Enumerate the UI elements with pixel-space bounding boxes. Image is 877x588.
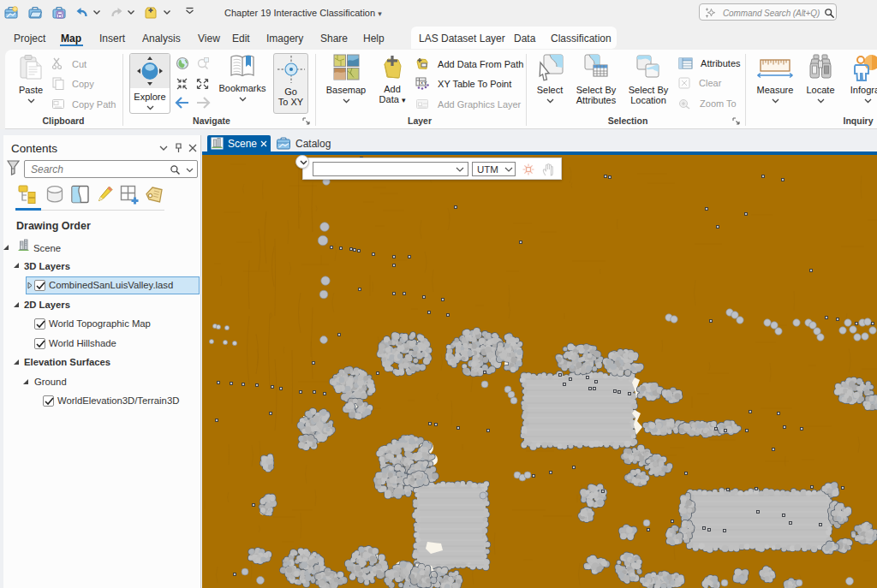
- svg-text:XY: XY: [421, 80, 427, 86]
